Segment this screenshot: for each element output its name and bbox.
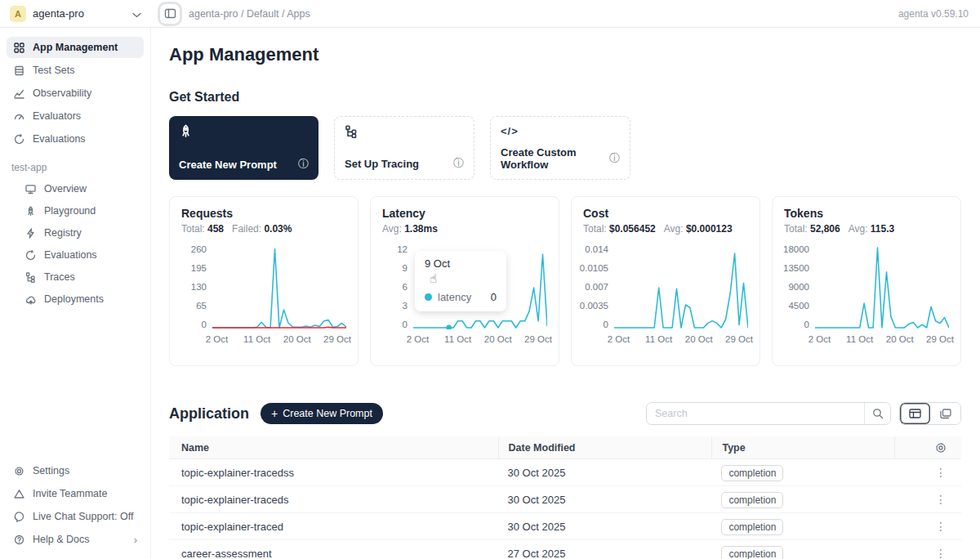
table-view-button[interactable]	[900, 403, 930, 424]
sidebar-item-deployments[interactable]: Deployments	[18, 288, 144, 310]
table-row[interactable]: topic-explainer-traceds 30 Oct 2025 comp…	[169, 486, 961, 513]
sidebar-item-label: Evaluations	[44, 249, 97, 261]
chart-stats: Total: $0.056452Avg: $0.000123	[583, 223, 748, 235]
app-type: completion	[711, 467, 893, 479]
card-view-button[interactable]	[930, 403, 960, 424]
create-new-prompt-button[interactable]: + Create New Prompt	[261, 403, 383, 424]
create-custom-workflow-card[interactable]: </> Create Custom Workflow ⓘ	[490, 116, 630, 180]
gear-icon[interactable]	[935, 442, 947, 454]
chart-stats: Avg: 1.38ms	[382, 223, 547, 235]
series-dot	[425, 293, 432, 301]
col-name[interactable]: Name	[169, 442, 498, 454]
sidebar-item-evaluators[interactable]: Evaluators	[7, 105, 144, 127]
get-started-heading: Get Started	[169, 90, 961, 105]
metrics-charts: Requests Total: 458Failed: 0.03% 2601951…	[169, 196, 961, 366]
type-badge: completion	[721, 465, 783, 481]
row-menu-button[interactable]: ⋮	[935, 548, 947, 559]
view-toggle	[899, 402, 961, 425]
page-title: App Management	[169, 44, 961, 65]
tokens-chart-card: Tokens Total: 52,806Avg: 115.3 180001350…	[772, 196, 961, 366]
app-name: topic-explainer-traceds	[169, 494, 498, 506]
button-label: Create New Prompt	[283, 408, 372, 419]
workspace-name: agenta-pro	[33, 7, 126, 20]
set-up-tracing-card[interactable]: Set Up Tracing ⓘ	[334, 116, 474, 180]
cycle-icon	[24, 250, 37, 261]
row-menu-button[interactable]: ⋮	[935, 521, 947, 532]
main-content: App Management Get Started Create New Pr…	[151, 28, 980, 559]
type-badge: completion	[721, 546, 783, 559]
info-icon[interactable]: ⓘ	[298, 157, 309, 172]
app-name: topic-explainer-traced	[169, 521, 498, 533]
sidebar-item-playground[interactable]: Playground	[18, 200, 144, 221]
applications-table: Name Date Modified Type topic-explainer-…	[169, 436, 961, 559]
sidebar-item-label: Registry	[44, 227, 82, 239]
cost-chart-card: Cost Total: $0.056452Avg: $0.000123 0.01…	[571, 196, 760, 366]
row-menu-button[interactable]: ⋮	[935, 494, 947, 505]
cost-plot[interactable]	[614, 244, 748, 329]
sidebar-item-label: Traces	[44, 271, 75, 283]
row-menu-button[interactable]: ⋮	[935, 467, 947, 478]
triangle-icon	[13, 489, 25, 499]
sidebar-item-evaluations[interactable]: Evaluations	[7, 128, 144, 150]
table-row[interactable]: topic-explainer-tracedss 30 Oct 2025 com…	[169, 459, 961, 486]
chart-stats: Total: 52,806Avg: 115.3	[784, 223, 949, 235]
workspace-switcher[interactable]: A agenta-pro	[0, 6, 151, 22]
search-input[interactable]	[647, 408, 864, 419]
app-name: topic-explainer-tracedss	[169, 467, 498, 479]
gear-icon	[13, 466, 25, 476]
sidebar-item-help-docs[interactable]: Help & Docs ›	[7, 529, 144, 550]
help-icon	[13, 534, 25, 545]
card-label: Set Up Tracing	[345, 158, 419, 170]
table-row[interactable]: topic-explainer-traced 30 Oct 2025 compl…	[169, 513, 961, 540]
sidebar-item-traces[interactable]: Traces	[18, 266, 144, 288]
col-type[interactable]: Type	[711, 436, 893, 458]
app-date: 30 Oct 2025	[498, 521, 712, 533]
plus-icon: +	[271, 407, 278, 420]
chevron-right-icon: ›	[134, 534, 137, 546]
cycle-icon	[13, 134, 25, 145]
sidebar-toggle-button[interactable]	[161, 5, 179, 23]
sidebar-item-label: Deployments	[44, 293, 104, 305]
tokens-plot[interactable]	[815, 244, 949, 329]
latency-chart-card: Latency Avg: 1.38ms 129630 2 Oct11 Oct20…	[370, 196, 559, 366]
col-actions	[894, 436, 961, 458]
tooltip-value: 0	[491, 291, 497, 303]
sidebar-item-overview[interactable]: Overview	[18, 178, 144, 199]
sidebar-item-label: Playground	[44, 205, 96, 217]
x-axis: 2 Oct11 Oct20 Oct29 Oct	[212, 334, 346, 349]
card-label: Create New Prompt	[179, 159, 277, 171]
col-date-modified[interactable]: Date Modified	[498, 436, 712, 458]
app-type: completion	[711, 548, 893, 559]
app-date: 27 Oct 2025	[498, 548, 712, 559]
sidebar-item-live-chat[interactable]: Live Chat Support: Off	[7, 506, 144, 527]
sidebar-item-test-sets[interactable]: Test Sets	[7, 60, 144, 81]
info-icon[interactable]: ⓘ	[609, 151, 620, 166]
sidebar-item-label: Help & Docs	[33, 534, 89, 545]
search-button[interactable]	[864, 403, 890, 424]
sidebar-item-observability[interactable]: Observability	[7, 83, 144, 104]
sidebar-item-settings[interactable]: Settings	[7, 460, 144, 481]
sidebar-item-invite-teammate[interactable]: Invite Teammate	[7, 483, 144, 504]
breadcrumb[interactable]: agenta-pro / Default / Apps	[189, 8, 310, 20]
create-new-prompt-card[interactable]: Create New Prompt ⓘ	[169, 116, 318, 180]
workspace-avatar: A	[10, 6, 26, 22]
table-row[interactable]: career-assessment 27 Oct 2025 completion…	[169, 540, 961, 559]
chart-line-icon	[13, 88, 25, 99]
tooltip-date: 9 Oct	[425, 257, 497, 270]
requests-chart-card: Requests Total: 458Failed: 0.03% 2601951…	[169, 196, 359, 366]
y-axis: 0.0140.01050.0070.00350	[583, 244, 614, 329]
chart-title: Cost	[583, 207, 748, 220]
chart-title: Requests	[181, 207, 346, 220]
gauge-icon	[13, 111, 25, 122]
requests-plot[interactable]	[212, 244, 346, 329]
rocket-icon	[24, 206, 37, 217]
app-version: agenta v0.59.10	[898, 8, 969, 20]
sidebar-item-app-management[interactable]: App Management	[7, 37, 144, 58]
chart-title: Latency	[382, 207, 547, 220]
sidebar-icon	[164, 8, 176, 19]
sidebar-item-evaluations-app[interactable]: Evaluations	[18, 244, 144, 266]
y-axis: 260195130650	[181, 244, 212, 329]
sidebar-item-registry[interactable]: Registry	[18, 222, 144, 244]
info-icon[interactable]: ⓘ	[453, 156, 464, 171]
type-badge: completion	[721, 492, 783, 508]
